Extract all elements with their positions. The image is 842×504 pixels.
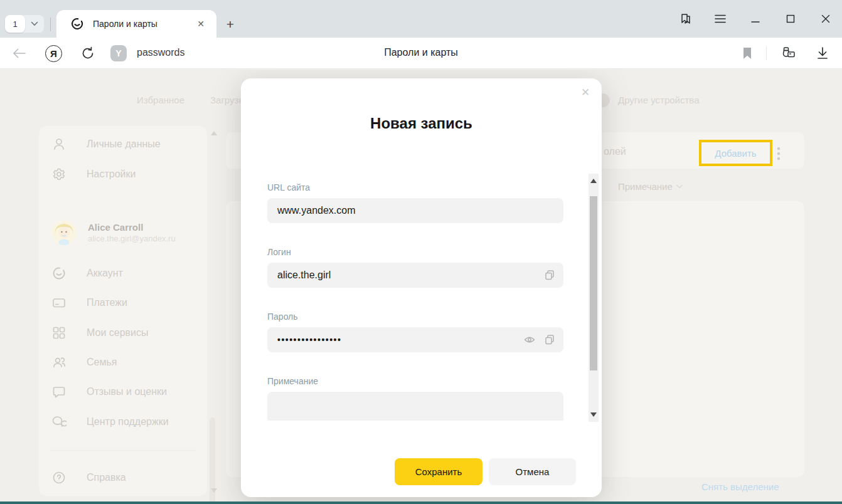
avatar — [51, 220, 77, 245]
user-email: alice.the.girl@yandex.ru — [88, 234, 176, 243]
smile-circle-icon — [51, 266, 67, 281]
browser-tab[interactable]: Пароли и карты ✕ — [56, 10, 216, 38]
modal-close-icon[interactable]: ✕ — [577, 83, 594, 101]
nav-tab-downloads[interactable]: Загрузк — [210, 95, 243, 105]
titlebar: 1 Пароли и карты ✕ + — [0, 0, 842, 38]
user-name: Alice Carroll — [88, 222, 176, 233]
window-bottom-edge — [0, 501, 842, 504]
sidebar-item-settings[interactable]: Настройки — [51, 165, 136, 183]
password-field-label: Пароль — [267, 310, 563, 323]
column-header-label: Примечание — [618, 181, 673, 192]
scroll-up-icon[interactable] — [590, 179, 597, 183]
sidebar-label: Настройки — [87, 169, 136, 180]
toolbar-page-title: Пароли и карты — [0, 47, 842, 58]
note-field[interactable] — [267, 392, 563, 421]
sidebar-item-account[interactable]: Аккаунт — [51, 265, 123, 282]
modal-scrollbar[interactable] — [589, 174, 599, 422]
tab-group-control[interactable]: 1 — [5, 15, 44, 33]
modal-title: Новая запись — [241, 115, 602, 132]
sidebar-label: Центр поддержки — [87, 416, 169, 428]
eye-icon[interactable] — [523, 333, 536, 346]
sidebar-item-my-services[interactable]: Мои сервисы — [51, 324, 149, 342]
add-button[interactable]: Добавить — [715, 148, 756, 159]
minimize-button[interactable] — [745, 9, 765, 29]
kebab-menu-icon[interactable] — [777, 146, 783, 160]
login-field-label: Логин — [267, 246, 563, 258]
close-window-button[interactable] — [816, 9, 836, 29]
grid-icon — [51, 325, 67, 340]
sidebar-label: Аккаунт — [87, 268, 123, 279]
menu-hamburger-icon[interactable] — [710, 9, 730, 29]
gear-icon — [51, 167, 67, 182]
sidebar: Личные данные Настройки — [39, 126, 207, 496]
sidebar-label: Платежи — [87, 297, 127, 308]
sidebar-divider — [50, 450, 196, 451]
tab-close-icon[interactable]: ✕ — [194, 17, 208, 31]
note-field-label: Примечание — [267, 375, 563, 387]
sidebar-item-support[interactable]: Центр поддержки — [51, 413, 169, 431]
deselect-link[interactable]: Снять выделение — [701, 481, 779, 492]
add-button-highlight[interactable]: Добавить — [699, 140, 772, 166]
copy-icon[interactable] — [543, 269, 556, 281]
tab-title: Пароли и карты — [93, 19, 194, 29]
modal-form: URL сайта Логин — [241, 177, 602, 421]
copy-icon[interactable] — [543, 333, 556, 346]
sidebar-item-help[interactable]: Справка — [51, 469, 126, 486]
family-icon — [51, 355, 67, 370]
address-toolbar: Я Y passwords Пароли и карты — [0, 38, 842, 69]
browser-window: 1 Пароли и карты ✕ + — [0, 0, 842, 504]
sidebar-scroll-up-icon[interactable] — [211, 131, 217, 135]
person-icon — [51, 137, 67, 152]
sidebar-item-personal-data[interactable]: Личные данные — [51, 135, 161, 153]
sidebar-label: Мои сервисы — [87, 327, 149, 339]
sidebar-label: Семья — [87, 357, 117, 368]
sidebar-label: Справка — [87, 472, 126, 483]
side-panel-icon[interactable] — [675, 9, 695, 29]
support-icon — [51, 414, 67, 429]
passwords-extension-icon[interactable] — [779, 45, 796, 61]
url-field-label: URL сайта — [267, 181, 563, 194]
toolbar-separator — [766, 46, 767, 60]
yandex-id-favicon-icon — [70, 17, 84, 31]
nav-tab-favorites[interactable]: Избранное — [137, 95, 184, 105]
modal-footer: Сохранить Отмена — [241, 446, 602, 497]
question-icon — [51, 470, 67, 485]
titlebar-separator — [50, 18, 51, 31]
column-header-note[interactable]: Примечание — [618, 181, 683, 192]
sidebar-item-payments[interactable]: Платежи — [51, 294, 127, 312]
sidebar-label: Отзывы и оценки — [87, 386, 167, 397]
search-input-fragment[interactable]: олей — [604, 146, 626, 157]
sidebar-item-family[interactable]: Семья — [51, 354, 117, 371]
save-button[interactable]: Сохранить — [395, 458, 482, 485]
sidebar-item-reviews[interactable]: Отзывы и оценки — [51, 383, 167, 401]
tab-group-count[interactable]: 1 — [5, 15, 25, 33]
scroll-down-icon[interactable] — [590, 412, 597, 417]
login-field[interactable] — [267, 263, 563, 288]
sidebar-user[interactable]: Alice Carroll alice.the.girl@yandex.ru — [51, 220, 176, 245]
bookmark-flag-icon[interactable] — [739, 45, 755, 61]
nav-tab-other-devices[interactable]: Другие устройства — [618, 95, 699, 105]
password-field[interactable] — [267, 327, 563, 352]
feedback-icon — [51, 384, 67, 399]
sidebar-scroll-down-icon[interactable] — [211, 488, 217, 493]
cancel-button[interactable]: Отмена — [489, 458, 576, 485]
card-icon — [51, 295, 67, 310]
url-field[interactable] — [267, 198, 563, 223]
scrollbar-thumb[interactable] — [590, 196, 597, 370]
chevron-down-icon — [676, 184, 683, 189]
new-tab-button[interactable]: + — [221, 15, 240, 34]
download-icon[interactable] — [814, 45, 831, 61]
page-background: Избранное Загрузк Другие устройства Личн… — [0, 70, 842, 501]
tab-group-chevron-icon[interactable] — [25, 21, 44, 26]
new-entry-modal: ✕ Новая запись URL сайта Логин — [241, 78, 602, 497]
sidebar-label: Личные данные — [87, 139, 161, 150]
maximize-button[interactable] — [781, 9, 801, 29]
